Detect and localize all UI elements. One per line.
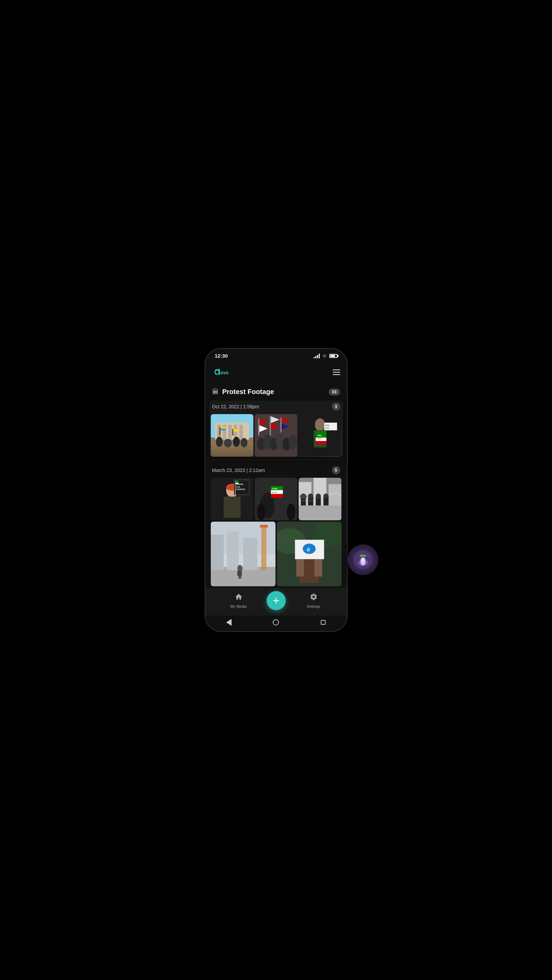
signal-icon <box>314 353 320 358</box>
svg-rect-87 <box>227 531 238 570</box>
svg-point-91 <box>237 565 242 571</box>
app-logo: ave <box>212 366 239 379</box>
nav-my-media[interactable]: My Media <box>211 593 266 608</box>
svg-text:FREE: FREE <box>325 424 330 426</box>
photo-7[interactable] <box>211 522 276 586</box>
svg-text:IRAN: IRAN <box>272 491 277 493</box>
svg-rect-25 <box>258 418 260 436</box>
svg-text:FREE: FREE <box>317 434 322 437</box>
tor-browser-button[interactable] <box>348 544 378 575</box>
home-icon <box>235 593 243 603</box>
add-button[interactable] <box>266 591 286 610</box>
session-2-header: March 23, 2023 | 2:12am 5 <box>211 464 341 478</box>
svg-rect-31 <box>280 417 282 433</box>
back-button[interactable] <box>225 619 232 626</box>
album-title: Protest Footage <box>222 388 274 396</box>
svg-point-80 <box>324 493 329 498</box>
svg-point-116 <box>362 559 364 563</box>
svg-rect-94 <box>240 571 242 576</box>
svg-rect-86 <box>211 535 224 570</box>
album-header: 🏛 Protest Footage 03 <box>211 385 341 399</box>
session-1-date: Oct 22, 2022 | 1:58pm <box>212 404 259 409</box>
svg-text:FREE: FREE <box>272 487 278 489</box>
svg-rect-28 <box>270 416 271 435</box>
recent-button[interactable] <box>320 619 327 626</box>
system-nav <box>205 616 347 631</box>
bottom-nav: My Media Settings <box>205 588 347 616</box>
nav-settings-label: Settings <box>307 605 321 608</box>
settings-icon <box>310 593 318 603</box>
phone-frame: 12:30 <box>205 348 348 632</box>
svg-rect-56 <box>235 480 236 495</box>
tor-icon <box>353 550 373 570</box>
svg-point-66 <box>287 503 295 520</box>
svg-text:d: d <box>306 546 310 552</box>
session-1: Oct 22, 2022 | 1:58pm 3 <box>209 401 343 457</box>
svg-rect-11 <box>220 429 225 430</box>
svg-point-16 <box>233 437 240 447</box>
photo-4[interactable]: WOMAN LIFE FREEDOM <box>211 478 254 520</box>
svg-rect-89 <box>261 525 266 570</box>
session-1-header: Oct 22, 2022 | 1:58pm 3 <box>211 401 341 414</box>
session-1-count: 3 <box>332 402 340 411</box>
svg-text:POLICE: POLICE <box>309 500 314 501</box>
session-2-count: 5 <box>332 466 340 474</box>
svg-rect-13 <box>233 429 238 432</box>
svg-rect-93 <box>237 571 239 576</box>
status-time: 12:30 <box>215 353 228 359</box>
svg-rect-9 <box>219 427 221 436</box>
photo-6[interactable]: POLICE POLICE <box>298 478 341 520</box>
svg-point-76 <box>308 493 313 498</box>
svg-text:IRAN: IRAN <box>317 438 321 440</box>
svg-rect-42 <box>324 423 337 430</box>
svg-rect-39 <box>316 441 326 444</box>
session-2-grid-row1: WOMAN LIFE FREEDOM <box>211 478 341 520</box>
content-area: 🏛 Protest Footage 03 Oct 22, 2022 | 1:58… <box>205 385 347 586</box>
nav-settings[interactable]: Settings <box>286 593 341 608</box>
svg-rect-62 <box>271 494 282 498</box>
svg-rect-6 <box>228 425 231 440</box>
session-2: March 23, 2023 | 2:12am 5 <box>211 464 341 586</box>
session-divider <box>211 460 341 460</box>
svg-text:LIFE: LIFE <box>236 485 240 488</box>
archive-icon: 🏛 <box>212 388 219 396</box>
status-icons <box>314 353 337 359</box>
svg-rect-12 <box>232 429 233 436</box>
session-2-date: March 23, 2023 | 2:12am <box>212 468 265 473</box>
svg-rect-74 <box>300 495 307 498</box>
svg-text:FREEDOM: FREEDOM <box>236 488 245 490</box>
photo-2[interactable] <box>255 414 297 457</box>
menu-button[interactable] <box>333 369 340 375</box>
photo-3[interactable]: FREE IRAN FREE IRAN <box>298 414 341 457</box>
svg-point-15 <box>224 439 231 447</box>
status-bar: 12:30 <box>205 349 347 361</box>
svg-rect-68 <box>298 503 341 520</box>
svg-rect-88 <box>243 538 257 570</box>
wifi-icon <box>322 353 327 359</box>
svg-point-65 <box>257 503 265 520</box>
svg-point-14 <box>216 437 223 447</box>
session-2-grid-row2: d <box>211 522 341 586</box>
battery-icon <box>329 354 337 358</box>
album-count-badge: 03 <box>329 388 340 395</box>
svg-text:IRAN: IRAN <box>325 427 329 429</box>
svg-rect-90 <box>260 525 268 527</box>
svg-point-17 <box>241 438 247 447</box>
photo-1[interactable] <box>211 414 254 457</box>
svg-text:POLICE: POLICE <box>302 500 306 501</box>
photo-8[interactable]: d <box>277 522 341 586</box>
svg-rect-8 <box>239 425 242 440</box>
photo-5[interactable]: FREE IRAN <box>255 478 297 520</box>
session-1-grid: FREE IRAN FREE IRAN <box>211 414 341 457</box>
svg-point-24 <box>289 434 297 450</box>
svg-rect-48 <box>223 496 241 518</box>
svg-point-78 <box>316 493 321 498</box>
home-button[interactable] <box>273 619 279 626</box>
svg-text:ave: ave <box>220 370 228 375</box>
nav-my-media-label: My Media <box>231 605 247 608</box>
svg-point-35 <box>315 418 325 431</box>
app-header: ave <box>205 361 347 385</box>
